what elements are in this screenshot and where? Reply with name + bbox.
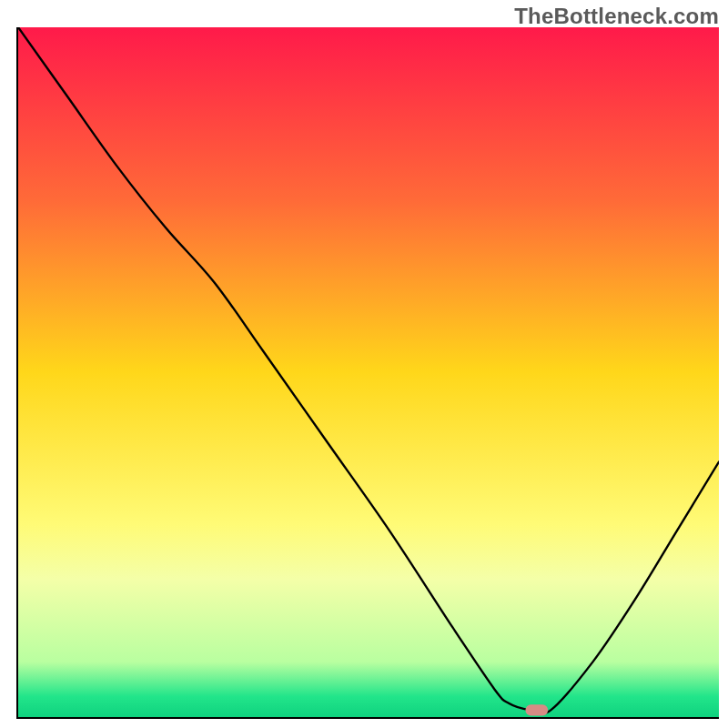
bottleneck-chart: TheBottleneck.com (0, 0, 728, 728)
chart-axes (16, 27, 719, 719)
watermark-text: TheBottleneck.com (514, 4, 719, 29)
